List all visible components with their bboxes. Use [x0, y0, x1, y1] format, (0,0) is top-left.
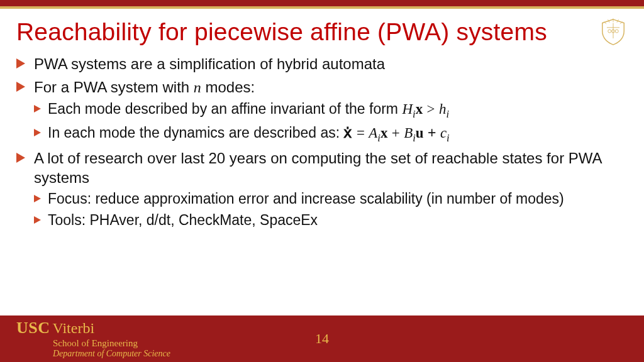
viterbi-wordmark: Viterbi — [53, 320, 95, 336]
bullet-1: PWA systems are a simplification of hybr… — [16, 54, 628, 74]
bullet-2: For a PWA system with n modes: Each mode… — [16, 77, 628, 144]
bullet-3b: Tools: PHAver, d/dt, CheckMate, SpaceEx — [34, 211, 628, 230]
bullet-2b-pre: In each mode the dynamics are described … — [48, 124, 343, 141]
bullet-list: PWA systems are a simplification of hybr… — [16, 54, 628, 230]
dept-name: Department of Computer Science — [53, 349, 170, 358]
math-A: A — [369, 125, 377, 141]
bullet-2-post: modes: — [201, 79, 255, 96]
slide-title: Reachability for piecewise affine (PWA) … — [16, 18, 599, 46]
bullet-3-sublist: Focus: reduce approximation error and in… — [34, 190, 628, 230]
math-u: u — [416, 125, 424, 141]
slide-body: PWA systems are a simplification of hybr… — [0, 50, 644, 315]
top-accent-bar — [0, 0, 644, 6]
math-H: H — [402, 101, 413, 117]
bullet-3-text: A lot of research over last 20 years on … — [34, 150, 601, 186]
math-h: h — [439, 101, 447, 117]
page-number: 14 — [315, 331, 329, 347]
bullet-2a: Each mode described by an affine invaria… — [34, 100, 628, 121]
bullet-3: A lot of research over last 20 years on … — [16, 148, 628, 230]
math-B: B — [404, 125, 413, 141]
bullet-2-pre: For a PWA system with — [34, 79, 194, 96]
usc-shield-icon — [599, 18, 628, 47]
math-n: n — [194, 79, 201, 96]
bullet-2a-pre: Each mode described by an affine invaria… — [48, 101, 402, 117]
bullet-3b-text: Tools: PHAver, d/dt, CheckMate, SpaceEx — [48, 212, 318, 228]
math-sub-i2: i — [446, 108, 449, 120]
bullet-2b: In each mode the dynamics are described … — [34, 124, 628, 145]
math-sub-i5: i — [447, 131, 450, 143]
math-plus1: + — [392, 125, 400, 141]
math-plus2: + — [428, 124, 436, 141]
math-xdot: ẋ — [343, 125, 352, 141]
math-eq: = — [357, 125, 365, 141]
footer: USCViterbi School of Engineering Departm… — [0, 315, 644, 362]
math-x1: x — [416, 101, 423, 117]
footer-branding: USCViterbi School of Engineering Departm… — [0, 319, 170, 358]
bullet-3a: Focus: reduce approximation error and in… — [34, 190, 628, 209]
title-row: Reachability for piecewise affine (PWA) … — [0, 9, 644, 50]
math-x2: x — [380, 125, 388, 141]
bullet-3a-text: Focus: reduce approximation error and in… — [48, 190, 564, 207]
footer-line1: USCViterbi — [16, 319, 170, 337]
math-gt: > — [427, 101, 435, 117]
slide: Reachability for piecewise affine (PWA) … — [0, 0, 644, 362]
bullet-2-sublist: Each mode described by an affine invaria… — [34, 100, 628, 144]
math-c: c — [440, 125, 447, 141]
svg-point-0 — [608, 30, 611, 33]
bullet-1-text: PWA systems are a simplification of hybr… — [34, 55, 385, 72]
usc-wordmark: USC — [16, 319, 50, 337]
svg-point-2 — [615, 30, 618, 33]
school-name: School of Engineering — [53, 338, 170, 349]
